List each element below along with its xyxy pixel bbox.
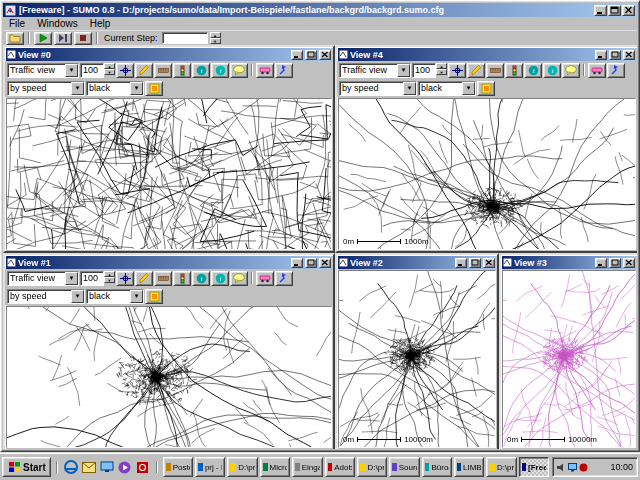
view-close-button[interactable] xyxy=(483,258,495,268)
view4-titlebar[interactable]: View #4 xyxy=(338,48,636,61)
view-close-button[interactable] xyxy=(319,50,331,60)
zoom-spinner[interactable]: 100 ▲▼ xyxy=(412,63,447,78)
locate-edge-button[interactable]: i xyxy=(543,63,561,78)
task-button[interactable]: D:\pr... xyxy=(357,457,387,477)
show-tls-button[interactable] xyxy=(173,271,191,286)
open-config-button[interactable] xyxy=(6,32,24,45)
task-button[interactable]: D:\pr... xyxy=(486,457,516,477)
main-titlebar[interactable]: [Freeware] - SUMO 0.8 - D:/projects/sumo… xyxy=(3,3,637,17)
current-step-stepper[interactable]: ▲▼ xyxy=(210,32,221,44)
view-mode-select[interactable]: Traffic view▼ xyxy=(339,63,411,78)
view-restore-button[interactable] xyxy=(609,258,621,268)
edge-color-select[interactable]: black▼ xyxy=(86,289,144,304)
view-minimize-button[interactable] xyxy=(291,50,303,60)
view-minimize-button[interactable] xyxy=(595,50,607,60)
close-button[interactable] xyxy=(622,5,635,16)
acrobat-icon[interactable] xyxy=(135,459,151,475)
coloring-scheme-select[interactable]: by speed▼ xyxy=(7,81,85,96)
mail-icon[interactable] xyxy=(81,459,97,475)
task-button-active[interactable]: [Freew... xyxy=(519,457,549,477)
display-icon[interactable] xyxy=(568,463,577,472)
map-canvas[interactable] xyxy=(339,99,635,249)
play-button[interactable] xyxy=(34,32,52,45)
view1-titlebar[interactable]: View #1 xyxy=(6,256,332,269)
view-minimize-button[interactable] xyxy=(595,258,607,268)
edit-viewport-button[interactable] xyxy=(135,271,153,286)
map-canvas[interactable] xyxy=(7,99,331,249)
show-tooltips-button[interactable] xyxy=(230,271,248,286)
zoom-spinner[interactable]: 100 ▲▼ xyxy=(80,63,115,78)
view-restore-button[interactable] xyxy=(469,258,481,268)
stop-button[interactable] xyxy=(74,32,92,45)
edge-color-select[interactable]: black▼ xyxy=(418,81,476,96)
step-button[interactable] xyxy=(54,32,72,45)
color-legend-button[interactable] xyxy=(477,81,495,96)
menu-file[interactable]: File xyxy=(3,18,31,29)
locate-junction-button[interactable]: i xyxy=(524,63,542,78)
recenter-view-button[interactable] xyxy=(448,63,466,78)
edit-viewport-button[interactable] xyxy=(135,63,153,78)
show-route-button[interactable] xyxy=(275,63,293,78)
task-button[interactable]: Büro(I... xyxy=(422,457,452,477)
task-button[interactable]: D:\pr... xyxy=(227,457,257,477)
task-button[interactable]: Source... xyxy=(389,457,419,477)
view-close-button[interactable] xyxy=(623,258,635,268)
minimize-button[interactable] xyxy=(594,5,607,16)
ie-icon[interactable] xyxy=(63,459,79,475)
color-legend-button[interactable] xyxy=(145,81,163,96)
edit-viewport-button[interactable] xyxy=(467,63,485,78)
view-restore-button[interactable] xyxy=(305,50,317,60)
view-mode-select[interactable]: Traffic view▼ xyxy=(7,271,79,286)
task-button[interactable]: Micros... xyxy=(260,457,290,477)
locate-vehicle-button[interactable] xyxy=(588,63,606,78)
show-route-button[interactable] xyxy=(275,271,293,286)
locate-edge-button[interactable]: i xyxy=(211,271,229,286)
view3-titlebar[interactable]: View #3 xyxy=(502,256,636,269)
coloring-scheme-select[interactable]: by speed▼ xyxy=(7,289,85,304)
antivirus-icon[interactable] xyxy=(579,463,588,472)
view-close-button[interactable] xyxy=(319,258,331,268)
start-button[interactable]: Start xyxy=(2,457,51,477)
task-button[interactable]: prj - M... xyxy=(195,457,225,477)
show-tls-button[interactable] xyxy=(505,63,523,78)
coloring-scheme-select[interactable]: by speed▼ xyxy=(339,81,417,96)
task-button[interactable]: Eingab... xyxy=(292,457,322,477)
show-tls-button[interactable] xyxy=(173,63,191,78)
current-step-field[interactable] xyxy=(162,32,208,44)
locate-vehicle-button[interactable] xyxy=(256,271,274,286)
maximize-button[interactable] xyxy=(608,5,621,16)
locate-junction-button[interactable]: i xyxy=(192,271,210,286)
volume-icon[interactable] xyxy=(557,463,566,472)
menu-help[interactable]: Help xyxy=(84,18,117,29)
view-restore-button[interactable] xyxy=(305,258,317,268)
edge-color-select[interactable]: black▼ xyxy=(86,81,144,96)
view-restore-button[interactable] xyxy=(609,50,621,60)
task-button[interactable]: Postei... xyxy=(163,457,193,477)
view-mode-select[interactable]: Traffic view▼ xyxy=(7,63,79,78)
locate-edge-button[interactable]: i xyxy=(211,63,229,78)
toggle-grid-button[interactable] xyxy=(486,63,504,78)
map-canvas[interactable] xyxy=(503,271,635,447)
show-tooltips-button[interactable] xyxy=(562,63,580,78)
show-desktop-icon[interactable] xyxy=(99,459,115,475)
recenter-view-button[interactable] xyxy=(116,63,134,78)
map-canvas[interactable] xyxy=(7,307,331,447)
task-button[interactable]: LIMBuS... xyxy=(454,457,484,477)
view2-titlebar[interactable]: View #2 xyxy=(338,256,496,269)
view-minimize-button[interactable] xyxy=(291,258,303,268)
zoom-spinner[interactable]: 100 ▲▼ xyxy=(80,271,115,286)
toggle-grid-button[interactable] xyxy=(154,271,172,286)
view0-titlebar[interactable]: View #0 xyxy=(6,48,332,61)
view-minimize-button[interactable] xyxy=(455,258,467,268)
map-canvas[interactable] xyxy=(339,271,495,447)
show-tooltips-button[interactable] xyxy=(230,63,248,78)
show-route-button[interactable] xyxy=(607,63,625,78)
color-legend-button[interactable] xyxy=(145,289,163,304)
recenter-view-button[interactable] xyxy=(116,271,134,286)
view-close-button[interactable] xyxy=(623,50,635,60)
task-button[interactable]: Adobe... xyxy=(325,457,355,477)
toggle-grid-button[interactable] xyxy=(154,63,172,78)
menu-windows[interactable]: Windows xyxy=(31,18,84,29)
media-player-icon[interactable] xyxy=(117,459,133,475)
locate-vehicle-button[interactable] xyxy=(256,63,274,78)
